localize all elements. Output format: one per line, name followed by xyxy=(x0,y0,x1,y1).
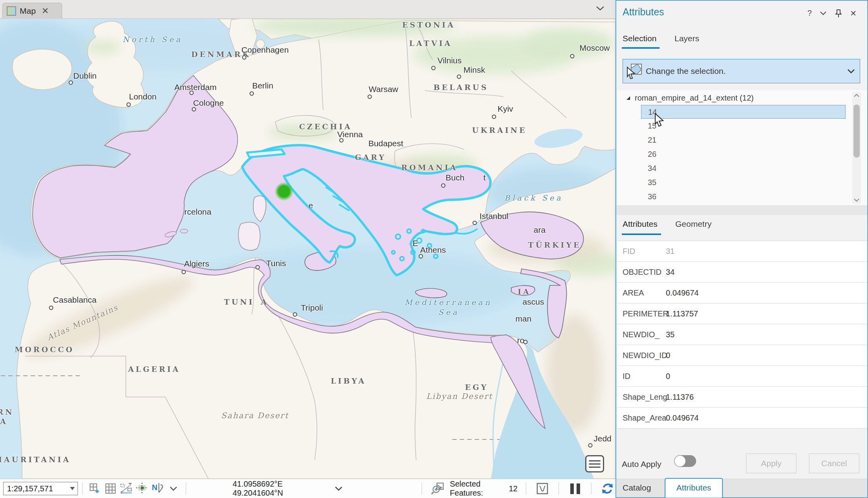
help-icon[interactable]: ? xyxy=(807,9,812,18)
attributes-pane: Attributes ? ✕ Selection Layers xyxy=(616,0,868,498)
field-value[interactable]: 1.11376 xyxy=(666,393,694,402)
chevron-down-icon[interactable] xyxy=(67,487,77,490)
divider xyxy=(616,205,867,215)
tree-root-label: roman_empire_ad_14_extent (12) xyxy=(635,94,754,103)
chevron-down-icon[interactable] xyxy=(842,69,860,74)
field-value[interactable]: 0.049674 xyxy=(666,413,698,423)
coordinates-display: 41.0958692°E 49.2041604°N xyxy=(233,480,329,498)
scrollbar-thumb[interactable] xyxy=(853,105,860,158)
zoom-to-selection-icon[interactable] xyxy=(431,482,445,495)
tab-map-view[interactable]: Map ✕ xyxy=(2,3,62,19)
land-ireland xyxy=(13,49,72,90)
grid-table-icon[interactable] xyxy=(104,482,117,495)
island-cyprus[interactable] xyxy=(511,285,535,295)
tree-item-feature[interactable]: 34 xyxy=(641,162,846,175)
active-tab-underline xyxy=(622,233,661,235)
attribute-row[interactable]: AREA0.049674 xyxy=(617,283,867,303)
map-tab-label: Map xyxy=(20,6,36,16)
field-label: NEWDIO_ID xyxy=(617,351,666,360)
tree-item-feature[interactable]: 35 xyxy=(641,176,846,189)
arcgis-window: North SeaBlack SeaMediterraneanSeaAtlas … xyxy=(0,0,868,498)
chevron-down-icon[interactable] xyxy=(596,6,604,11)
attribute-row[interactable]: FID31 xyxy=(617,241,867,262)
view-tab-strip: Map ✕ xyxy=(0,0,616,19)
attribute-row[interactable]: ID0 xyxy=(617,366,867,387)
tree-item-feature[interactable]: 15 xyxy=(641,119,846,133)
field-label: Shape_Leng xyxy=(617,393,666,402)
auto-apply-label: Auto Apply xyxy=(622,459,661,469)
field-value[interactable]: 1.113757 xyxy=(666,309,698,318)
field-value[interactable]: 0 xyxy=(666,372,670,381)
map-status-bar: 1:29,157,571 xyxy=(0,479,616,498)
field-value[interactable]: 0.049674 xyxy=(666,289,698,298)
field-value[interactable]: 35 xyxy=(666,330,674,339)
apply-button[interactable]: Apply xyxy=(746,454,796,473)
tab-geometry[interactable]: Geometry xyxy=(675,219,711,229)
map-canvas[interactable] xyxy=(0,19,616,479)
close-icon[interactable]: ✕ xyxy=(42,7,49,15)
attribute-row[interactable]: Shape_Leng1.11376 xyxy=(617,387,867,408)
close-icon[interactable]: ✕ xyxy=(850,9,857,18)
field-label: Shape_Area xyxy=(617,413,666,423)
attribute-row[interactable]: PERIMETER1.113757 xyxy=(617,303,867,324)
chevron-down-icon[interactable] xyxy=(167,482,180,495)
dock-tab-strip: Catalog Attributes xyxy=(616,479,867,497)
scroll-up-icon[interactable] xyxy=(852,94,861,97)
refresh-icon[interactable] xyxy=(601,482,614,495)
pane-title: Attributes xyxy=(623,6,664,18)
tab-catalog[interactable]: Catalog xyxy=(623,483,651,492)
snapping-crosshair-icon[interactable] xyxy=(135,482,149,495)
selected-features-count: 12 xyxy=(509,484,518,493)
attribute-row[interactable]: NEWDIO_ID0 xyxy=(617,345,867,366)
mouse-cursor xyxy=(654,113,665,127)
tab-layers[interactable]: Layers xyxy=(674,34,699,43)
tree-item-feature[interactable]: 14 xyxy=(641,105,846,119)
chevron-down-icon[interactable] xyxy=(820,11,827,15)
field-label: PERIMETER xyxy=(617,309,666,318)
field-value[interactable]: 34 xyxy=(666,268,674,277)
tree-expander-icon[interactable] xyxy=(627,96,630,100)
tree-root-layer[interactable]: roman_empire_ad_14_extent (12) xyxy=(627,94,754,103)
field-label: AREA xyxy=(617,289,666,298)
select-tool-icon[interactable] xyxy=(536,482,549,495)
scale-combobox[interactable]: 1:29,157,571 xyxy=(3,482,78,495)
field-value[interactable]: 31 xyxy=(666,247,674,256)
change-selection-label: Change the selection. xyxy=(646,66,842,76)
change-selection-dropdown[interactable]: Change the selection. xyxy=(623,59,860,83)
active-tab-underline xyxy=(622,47,660,49)
chevron-down-icon[interactable] xyxy=(335,486,343,491)
tab-attributes-dock[interactable]: Attributes xyxy=(665,478,723,498)
pause-drawing-icon[interactable] xyxy=(568,482,582,495)
auto-apply-toggle[interactable] xyxy=(674,455,696,467)
selection-tree: roman_empire_ad_14_extent (12) 141521263… xyxy=(617,90,867,205)
new-map-grid-icon[interactable] xyxy=(88,482,101,495)
edit-vertices-icon[interactable] xyxy=(120,482,133,495)
tab-selection[interactable]: Selection xyxy=(623,34,656,43)
svg-text:N: N xyxy=(152,483,157,492)
tree-scrollbar[interactable] xyxy=(852,92,861,204)
cancel-button[interactable]: Cancel xyxy=(809,454,859,473)
island-sardinia xyxy=(238,222,260,250)
notification-icon[interactable] xyxy=(585,455,604,472)
select-cursor-icon xyxy=(623,62,646,80)
field-value[interactable]: 0 xyxy=(666,351,670,360)
tree-item-feature[interactable]: 21 xyxy=(641,133,846,147)
north-arrow-icon[interactable]: N xyxy=(151,482,164,495)
attribute-field-table: FID31OBJECTID34AREA0.049674PERIMETER1.11… xyxy=(617,241,867,428)
field-label: FID xyxy=(617,247,666,256)
pin-icon[interactable] xyxy=(835,9,842,18)
field-label: OBJECTID xyxy=(617,268,666,277)
green-point[interactable] xyxy=(278,186,289,197)
scroll-down-icon[interactable] xyxy=(852,198,861,202)
pane-tab-row: Selection Layers xyxy=(616,34,867,50)
scale-value: 1:29,157,571 xyxy=(4,484,67,493)
attribute-row[interactable]: OBJECTID34 xyxy=(617,262,867,283)
tree-item-feature[interactable]: 26 xyxy=(641,147,846,161)
selected-features-label: Selected Features: xyxy=(450,480,505,498)
map-thumbnail-icon xyxy=(7,6,16,16)
attribute-row[interactable]: Shape_Area0.049674 xyxy=(617,408,867,428)
attribute-row[interactable]: NEWDIO_35 xyxy=(617,324,867,345)
tab-attributes[interactable]: Attributes xyxy=(623,219,658,229)
field-label: ID xyxy=(617,372,666,381)
tree-item-feature[interactable]: 36 xyxy=(641,190,846,204)
